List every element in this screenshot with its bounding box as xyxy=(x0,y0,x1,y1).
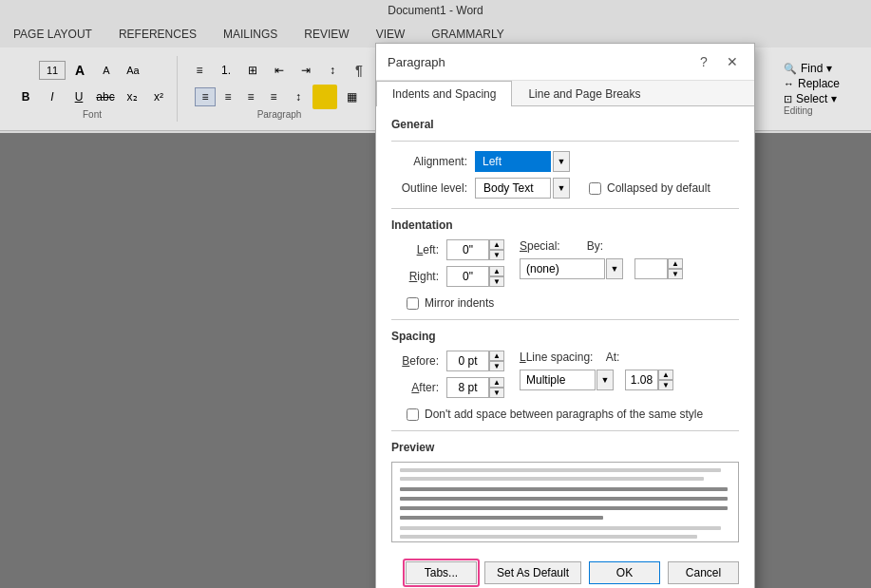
tabs-button[interactable]: Tabs... xyxy=(406,561,477,584)
dont-add-label: Don't add space between paragraphs of th… xyxy=(425,408,703,421)
indent-right-spin: ▲ ▼ xyxy=(446,266,504,287)
general-section-label: General xyxy=(391,118,739,131)
at-up[interactable]: ▲ xyxy=(658,370,673,380)
dialog-titlebar: Paragraph ? ✕ xyxy=(376,44,754,81)
indentation-cols: Left: ▲ ▼ Right: xyxy=(391,239,739,293)
line-spacing-select[interactable]: Multiple xyxy=(520,370,596,390)
collapsed-label: Collapsed by default xyxy=(607,181,710,195)
outline-dropdown-arrow[interactable]: ▼ xyxy=(553,178,570,199)
special-rest: pecial: xyxy=(527,239,560,253)
outline-select[interactable]: Body Text xyxy=(475,178,551,199)
cancel-button[interactable]: Cancel xyxy=(668,561,739,584)
sample-line-3 xyxy=(400,506,728,510)
sample-paragraph xyxy=(396,485,734,522)
spacing-divider xyxy=(391,319,739,320)
by-down[interactable]: ▼ xyxy=(668,269,683,279)
line-underline: L xyxy=(520,351,526,364)
ok-button[interactable]: OK xyxy=(589,561,660,584)
indentation-divider xyxy=(391,208,739,209)
indent-right-input[interactable] xyxy=(446,266,489,287)
line-rest: Line spacing: xyxy=(526,351,594,364)
before-rest: efore: xyxy=(409,354,439,368)
dialog-tabs: Indents and Spacing Line and Page Breaks xyxy=(376,81,754,106)
special-underline: S xyxy=(520,239,527,253)
indent-left-label: Left: xyxy=(391,243,439,256)
before-label: Before: xyxy=(391,354,439,368)
alignment-label: Alignment: xyxy=(391,155,467,168)
by-input[interactable] xyxy=(634,258,668,279)
dialog-controls: ? ✕ xyxy=(693,51,743,72)
before-row: Before: ▲ ▼ xyxy=(391,351,504,371)
special-label: Special: xyxy=(520,239,572,253)
indent-left-down[interactable]: ▼ xyxy=(489,250,504,260)
special-select[interactable]: (none) xyxy=(520,258,605,279)
spacing-right-col: LLine spacing: At: Multiple ▼ ▲ ▼ xyxy=(520,351,739,404)
line-spacing-dropdown-arrow[interactable]: ▼ xyxy=(596,370,614,390)
paragraph-dialog: Paragraph ? ✕ Indents and Spacing Line a… xyxy=(375,43,755,588)
collapsed-row: Collapsed by default xyxy=(589,181,710,195)
after-input[interactable] xyxy=(446,377,489,398)
mirror-checkbox[interactable] xyxy=(407,297,419,310)
after-up[interactable]: ▲ xyxy=(489,377,504,388)
mirror-label: Mirror indents xyxy=(425,296,494,310)
dialog-help-button[interactable]: ? xyxy=(693,51,714,72)
sample-line-4 xyxy=(400,516,603,520)
alignment-select[interactable]: Left xyxy=(475,151,551,172)
after-down[interactable]: ▼ xyxy=(489,388,504,398)
dont-add-checkbox[interactable] xyxy=(407,408,419,421)
spacing-cols: Before: ▲ ▼ After: xyxy=(391,351,739,404)
preview-box xyxy=(391,462,739,542)
by-label: By: xyxy=(579,239,603,253)
special-row: Special: By: xyxy=(520,239,739,253)
after-row: After: ▲ ▼ xyxy=(391,377,504,398)
line-spacing-label: LLine spacing: xyxy=(520,351,593,364)
mirror-row: Mirror indents xyxy=(407,296,739,310)
next-line-1 xyxy=(400,526,721,530)
next-paragraph xyxy=(396,524,734,541)
before-down[interactable]: ▼ xyxy=(489,361,504,371)
sample-line-1 xyxy=(400,487,728,491)
before-spin: ▲ ▼ xyxy=(446,351,504,371)
before-input[interactable] xyxy=(446,351,489,371)
preview-section-label: Preview xyxy=(391,441,739,454)
indent-left-row: Left: ▲ ▼ xyxy=(391,239,504,260)
dialog-footer: Tabs... Set As Default OK Cancel xyxy=(376,554,754,588)
collapsed-checkbox[interactable] xyxy=(589,182,601,195)
indent-right-up[interactable]: ▲ xyxy=(489,266,504,276)
at-spin: ▲ ▼ xyxy=(625,370,673,390)
general-divider xyxy=(391,141,739,142)
dont-add-row: Don't add space between paragraphs of th… xyxy=(407,408,739,421)
dialog-title: Paragraph xyxy=(388,55,445,69)
preview-divider xyxy=(391,430,739,431)
set-default-button[interactable]: Set As Default xyxy=(484,561,581,584)
tab-line-page-breaks[interactable]: Line and Page Breaks xyxy=(512,81,656,106)
indent-left-input[interactable] xyxy=(446,239,489,260)
spacing-left-col: Before: ▲ ▼ After: xyxy=(391,351,504,404)
indent-left-rest: eft: xyxy=(423,243,439,256)
prev-line-2 xyxy=(400,477,704,481)
indentation-section-label: Indentation xyxy=(391,218,739,232)
at-input[interactable] xyxy=(625,370,658,390)
alignment-dropdown-arrow[interactable]: ▼ xyxy=(553,151,570,172)
indent-left-spinbtns: ▲ ▼ xyxy=(489,239,504,260)
indent-right-underline: R xyxy=(409,270,418,283)
indent-right-rest: ight: xyxy=(417,270,439,283)
sample-line-2 xyxy=(400,497,728,501)
indent-right-label: Right: xyxy=(391,270,439,283)
indent-right-down[interactable]: ▼ xyxy=(489,276,504,287)
at-down[interactable]: ▼ xyxy=(658,380,673,390)
by-up[interactable]: ▲ xyxy=(668,258,683,269)
indent-left-up[interactable]: ▲ xyxy=(489,239,504,250)
tab-indents-spacing[interactable]: Indents and Spacing xyxy=(376,81,512,106)
tabs-btn-container: Tabs... xyxy=(406,561,477,584)
dialog-close-button[interactable]: ✕ xyxy=(722,51,743,72)
line-spacing-values-row: Multiple ▼ ▲ ▼ xyxy=(520,370,739,390)
before-up[interactable]: ▲ xyxy=(489,351,504,361)
prev-line-1 xyxy=(400,468,721,472)
indent-left-spin: ▲ ▼ xyxy=(446,239,504,260)
dialog-body: General Alignment: Left ▼ Outline level:… xyxy=(376,106,754,554)
special-values-row: (none) ▼ ▲ ▼ xyxy=(520,258,739,279)
after-spin: ▲ ▼ xyxy=(446,377,504,398)
special-dropdown-arrow[interactable]: ▼ xyxy=(606,258,623,279)
spacing-section-label: Spacing xyxy=(391,330,739,343)
